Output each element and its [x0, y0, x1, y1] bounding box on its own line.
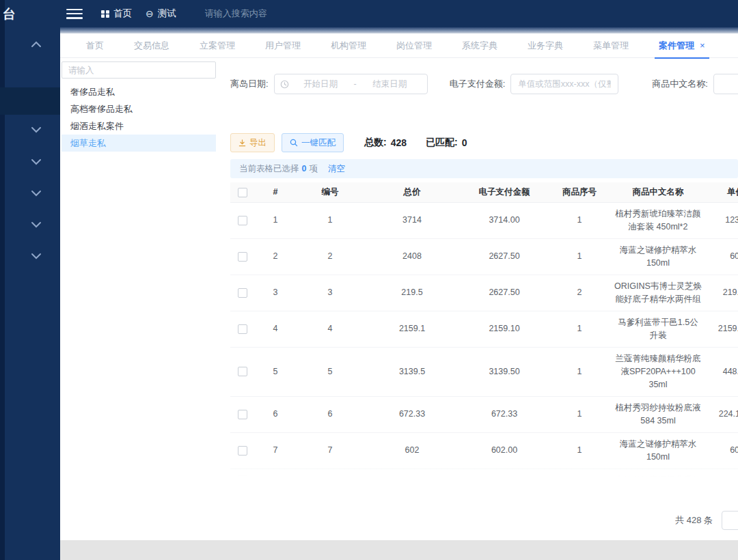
selection-bar: 当前表格已选择 0 项 清空: [230, 159, 738, 178]
cell-seq: 1: [549, 396, 610, 432]
tab-1[interactable]: 首页: [71, 33, 119, 58]
clear-selection-link[interactable]: 清空: [328, 163, 345, 175]
row-checkbox-cell: [230, 311, 255, 347]
column-header: 总价: [364, 182, 460, 202]
cell-name: 海蓝之谜修护精萃水 150ml: [610, 432, 706, 468]
tab-4[interactable]: 用户管理: [250, 33, 316, 58]
row-checkbox-cell: [230, 275, 255, 311]
minus-circle-icon: ⊖: [146, 9, 154, 18]
row-checkbox[interactable]: [238, 410, 247, 419]
row-checkbox[interactable]: [238, 288, 247, 298]
date-range-picker[interactable]: 开始日期 - 结束日期: [274, 74, 428, 94]
pagination-control[interactable]: [722, 511, 738, 530]
tab-3[interactable]: 立案管理: [184, 33, 250, 58]
export-button[interactable]: 导出: [230, 133, 275, 152]
cell-index: 8: [255, 468, 296, 479]
category-item-1[interactable]: 奢侈品走私: [62, 83, 216, 100]
table-row: 1137143714.001植村秀新琥珀臻萃洁颜油套装 450ml*21238: [230, 202, 738, 238]
chevron-down-icon[interactable]: [31, 190, 42, 197]
tab-6[interactable]: 岗位管理: [381, 33, 447, 58]
record-count-text: 共 428 条: [675, 514, 713, 527]
row-checkbox[interactable]: [238, 252, 247, 262]
category-panel: 奢侈品走私高档奢侈品走私烟酒走私案件烟草走私: [62, 61, 216, 152]
date-filter-label: 离岛日期:: [230, 78, 269, 90]
cell-name: 海蓝之谜修护精萃水 150ml: [610, 238, 706, 275]
date-end-placeholder[interactable]: 结束日期: [358, 79, 422, 90]
chevron-down-icon[interactable]: [31, 158, 42, 165]
cell-code: 3: [296, 275, 364, 311]
cell-total: 1233.57: [364, 468, 460, 479]
tab-label: 立案管理: [200, 40, 235, 52]
nav-home[interactable]: 首页: [101, 8, 132, 20]
nav-test[interactable]: ⊖ 测试: [146, 8, 176, 20]
cell-code: 8: [296, 468, 364, 479]
row-checkbox-cell: [230, 396, 255, 432]
logo-text: 台: [3, 5, 16, 23]
chevron-down-icon[interactable]: [31, 253, 42, 260]
header-checkbox-cell: [230, 182, 255, 202]
tab-8[interactable]: 业务字典: [512, 33, 578, 58]
cell-total: 2159.1: [364, 311, 460, 347]
column-header: 电子支付金额: [460, 182, 549, 202]
tab-7[interactable]: 系统字典: [447, 33, 512, 58]
toolbar: 导出 一键匹配 总数: 428 已匹配: 0: [230, 133, 738, 152]
row-checkbox[interactable]: [238, 324, 247, 334]
product-name-filter-label: 商品中文名称:: [652, 78, 708, 90]
menu-icon[interactable]: [66, 9, 83, 19]
chevron-up-icon[interactable]: [31, 41, 42, 48]
column-header: 单价: [706, 182, 738, 202]
row-checkbox[interactable]: [238, 446, 247, 456]
cell-name: 植村秀新琥珀臻萃洁颜油套装 450ml*2: [610, 202, 706, 238]
category-item-3[interactable]: 烟酒走私案件: [62, 117, 216, 135]
column-header: 商品中文名称: [610, 182, 706, 202]
tab-9[interactable]: 菜单管理: [578, 33, 644, 58]
select-all-checkbox[interactable]: [238, 188, 247, 197]
grid-icon: [101, 10, 109, 18]
date-start-placeholder[interactable]: 开始日期: [289, 79, 353, 90]
cell-total: 672.33: [364, 396, 460, 432]
product-name-filter-input[interactable]: [713, 74, 738, 94]
cell-unit: 602: [706, 432, 738, 468]
cell-seq: 1: [549, 311, 610, 347]
cell-epay: 3714.00: [460, 202, 549, 238]
matched-label: 已匹配:: [426, 137, 458, 149]
column-header: #: [255, 182, 296, 202]
cell-unit: 602: [706, 238, 738, 275]
cell-total: 3714: [364, 202, 460, 238]
content-pane: 离岛日期: 开始日期 - 结束日期 电子支付金额: 商品中文名称:: [230, 68, 738, 560]
table-row: 33219.52627.502ORIGINS韦博士灵芝焕能好底子精华水两件组21…: [230, 275, 738, 311]
cell-epay: 1233.57: [460, 468, 549, 479]
chevron-down-icon[interactable]: [31, 126, 42, 133]
app-window: 台 首页 ⊖ 测试 请输入搜索内容: [0, 0, 738, 560]
nav-home-label: 首页: [113, 8, 132, 20]
category-search-input[interactable]: [62, 61, 216, 79]
tab-label: 案件管理: [659, 40, 694, 52]
category-item-2[interactable]: 高档奢侈品走私: [62, 100, 216, 117]
cell-index: 3: [255, 275, 296, 311]
cell-unit: 2159.1: [706, 311, 738, 347]
filter-row: 离岛日期: 开始日期 - 结束日期 电子支付金额: 商品中文名称:: [230, 74, 738, 94]
tab-label: 业务字典: [528, 40, 563, 52]
category-list: 奢侈品走私高档奢侈品走私烟酒走私案件烟草走私: [62, 83, 216, 152]
cell-total: 219.5: [364, 275, 460, 311]
cell-index: 7: [255, 432, 296, 468]
row-checkbox-cell: [230, 202, 255, 238]
tab-2[interactable]: 交易信息: [119, 33, 184, 58]
tab-5[interactable]: 机构管理: [316, 33, 381, 58]
chevron-down-icon[interactable]: [31, 221, 42, 228]
amount-filter-input[interactable]: [510, 74, 618, 94]
data-table: #编号总价电子支付金额商品序号商品中文名称单价 1137143714.001植村…: [230, 182, 738, 479]
row-checkbox[interactable]: [238, 475, 247, 479]
tab-10[interactable]: 案件管理×: [644, 33, 720, 58]
category-item-4[interactable]: 烟草走私: [62, 135, 216, 152]
global-search-input[interactable]: 请输入搜索内容: [205, 8, 267, 20]
match-stats: 总数: 428 已匹配: 0: [364, 137, 472, 149]
one-click-match-button[interactable]: 一键匹配: [282, 133, 344, 152]
search-icon: [290, 139, 298, 147]
clock-icon: [280, 80, 289, 89]
row-checkbox[interactable]: [238, 367, 247, 376]
row-checkbox[interactable]: [238, 216, 247, 225]
sidebar-edge: [0, 0, 5, 560]
sidebar-active-item[interactable]: [0, 87, 60, 115]
close-icon[interactable]: ×: [700, 40, 705, 51]
